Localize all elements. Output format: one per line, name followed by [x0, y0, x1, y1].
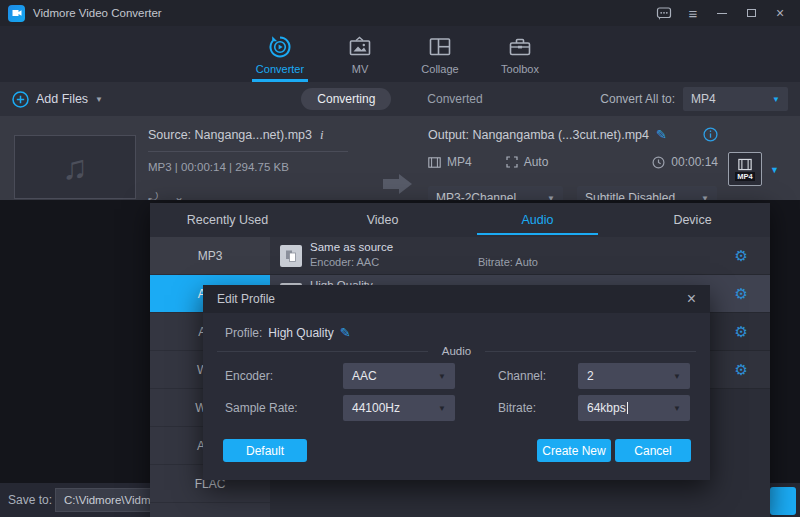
- dialog-title-bar: Edit Profile ×: [203, 285, 710, 313]
- panel-tab-recently-used[interactable]: Recently Used: [150, 203, 305, 237]
- chevron-down-icon[interactable]: ⌄: [174, 190, 184, 200]
- app-logo-icon: [8, 5, 25, 22]
- audio-section-label: Audio: [442, 345, 471, 357]
- tab-converter[interactable]: Converter: [240, 26, 320, 82]
- feedback-icon[interactable]: [654, 4, 674, 22]
- bitrate-label: Bitrate:: [498, 401, 578, 415]
- encoder-label: Encoder:: [225, 369, 343, 383]
- encoder-select[interactable]: AAC▼: [343, 363, 455, 389]
- gear-icon[interactable]: ⚙: [735, 286, 748, 301]
- tab-toolbox[interactable]: Toolbox: [480, 26, 560, 82]
- dialog-title: Edit Profile: [217, 292, 275, 306]
- output-filename: Output: Nangangamba (...3cut.net).mp4: [428, 128, 649, 142]
- panel-tab-video[interactable]: Video: [305, 203, 460, 237]
- tab-toolbox-label: Toolbox: [501, 63, 539, 75]
- save-to-label: Save to:: [8, 493, 52, 507]
- convert-arrow-icon: [383, 174, 412, 194]
- chevron-down-icon: ▼: [701, 194, 709, 201]
- music-note-icon: ♫: [62, 148, 88, 187]
- mv-icon: [347, 34, 373, 60]
- output-profile-button[interactable]: MP4: [728, 152, 762, 186]
- divider: [148, 151, 348, 152]
- gear-icon[interactable]: ⚙: [735, 324, 748, 339]
- audio-section-separator: Audio: [217, 345, 696, 357]
- chevron-down-icon: ▼: [547, 194, 555, 201]
- subtitle-select[interactable]: Subtitle Disabled▼: [577, 186, 717, 200]
- panel-tab-device[interactable]: Device: [615, 203, 770, 237]
- text-cursor: [627, 402, 628, 414]
- gear-icon[interactable]: ⚙: [735, 362, 748, 377]
- main-nav: Converter MV Collage: [0, 26, 800, 82]
- app-title: Vidmore Video Converter: [33, 7, 162, 19]
- film-icon: [428, 157, 441, 168]
- panel-tab-audio[interactable]: Audio: [460, 203, 615, 237]
- rename-profile-icon[interactable]: ✎: [340, 325, 351, 340]
- create-new-button[interactable]: Create New: [537, 439, 611, 462]
- profile-chip-label: MP4: [735, 172, 754, 181]
- source-info: Source: Nanganga...net).mp3 i MP3 | 00:0…: [148, 127, 378, 173]
- clip-tools: ⤾ ⌄: [148, 190, 184, 200]
- bitrate-select[interactable]: 64kbps ▼: [578, 395, 690, 421]
- profile-name-row: Profile: High Quality ✎: [225, 325, 351, 340]
- source-info-icon[interactable]: i: [320, 127, 324, 143]
- sample-rate-label: Sample Rate:: [225, 401, 343, 415]
- converter-icon: [267, 34, 293, 60]
- converting-tab[interactable]: Converting: [301, 88, 391, 110]
- profile-row-same-as-source[interactable]: Same as source Encoder: AAC Bitrate: Aut…: [270, 237, 770, 275]
- maximize-button[interactable]: [741, 4, 761, 22]
- audio-track-select[interactable]: MP3-2Channel▼: [428, 186, 563, 200]
- output-duration: 00:00:14: [671, 155, 718, 169]
- source-filename: Source: Nanganga...net).mp3: [148, 128, 312, 142]
- tab-converter-label: Converter: [256, 63, 304, 75]
- dialog-close-icon[interactable]: ×: [687, 291, 696, 307]
- channel-label: Channel:: [498, 369, 578, 383]
- film-icon: [738, 158, 752, 171]
- output-info-icon[interactable]: [703, 127, 718, 142]
- clock-icon: [652, 156, 665, 169]
- channel-select[interactable]: 2▼: [578, 363, 690, 389]
- queue-tabs: Converting Converted: [0, 88, 800, 110]
- tab-mv-label: MV: [352, 63, 369, 75]
- output-selects: MP3-2Channel▼ Subtitle Disabled▼: [428, 186, 717, 200]
- tab-mv[interactable]: MV: [320, 26, 400, 82]
- audio-settings-form: Encoder: AAC▼ Channel: 2▼ Sample Rate: 4…: [225, 363, 690, 421]
- gear-icon[interactable]: ⚙: [735, 248, 748, 263]
- toolbar: Add Files ▼ Converting Converted Convert…: [0, 82, 800, 116]
- format-panel-tabs: Recently Used Video Audio Device: [150, 203, 770, 237]
- collage-icon: [427, 34, 453, 60]
- output-format: MP4: [447, 155, 472, 169]
- audio-thumbnail: ♫: [14, 135, 136, 199]
- rotate-icon[interactable]: ⤾: [148, 190, 158, 200]
- tab-collage[interactable]: Collage: [400, 26, 480, 82]
- convert-all-button[interactable]: [770, 487, 796, 515]
- title-bar: Vidmore Video Converter ≡ ×: [0, 0, 800, 26]
- sidebar-item-mp3[interactable]: MP3: [150, 237, 270, 275]
- cancel-button[interactable]: Cancel: [615, 439, 691, 462]
- minimize-button[interactable]: [712, 4, 732, 22]
- default-button[interactable]: Default: [223, 439, 307, 462]
- profile-chevron-icon[interactable]: ▼: [770, 165, 779, 175]
- menu-icon[interactable]: ≡: [683, 4, 703, 22]
- sidebar-item-m4a[interactable]: M4A: [150, 503, 270, 517]
- profile-value: High Quality: [268, 326, 333, 340]
- chevron-down-icon: ▼: [438, 404, 446, 413]
- profile-label: Profile:: [225, 326, 262, 340]
- pages-icon: [280, 245, 302, 267]
- chevron-down-icon: ▼: [673, 404, 681, 413]
- tab-collage-label: Collage: [421, 63, 458, 75]
- file-item-row: ♫ Source: Nanganga...net).mp3 i MP3 | 00…: [0, 116, 800, 200]
- edit-output-icon[interactable]: ✎: [656, 127, 667, 142]
- toolbox-icon: [507, 34, 533, 60]
- app-window: Vidmore Video Converter ≡ ×: [0, 0, 800, 517]
- close-button[interactable]: ×: [770, 4, 790, 22]
- sample-rate-select[interactable]: 44100Hz▼: [343, 395, 455, 421]
- resolution-icon: [506, 156, 518, 168]
- converted-tab[interactable]: Converted: [411, 88, 498, 110]
- titlebar-controls: ≡ ×: [654, 4, 800, 22]
- chevron-down-icon: ▼: [673, 372, 681, 381]
- edit-profile-dialog: Edit Profile × Profile: High Quality ✎ A…: [203, 285, 710, 480]
- chevron-down-icon: ▼: [438, 372, 446, 381]
- output-info: Output: Nangangamba (...3cut.net).mp4 ✎ …: [428, 127, 718, 169]
- source-meta: MP3 | 00:00:14 | 294.75 KB: [148, 161, 378, 173]
- dialog-buttons: Default Create New Cancel: [223, 439, 691, 462]
